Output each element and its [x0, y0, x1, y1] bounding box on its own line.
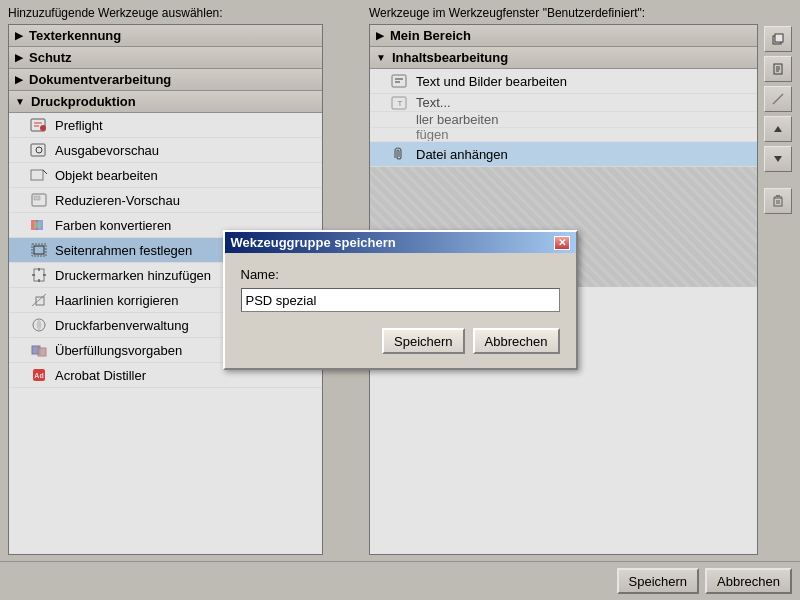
save-dialog: Wekzeuggruppe speichern ✕ Name: Speicher… [223, 230, 578, 370]
dialog-name-label: Name: [241, 267, 560, 282]
dialog-title: Wekzeuggruppe speichern [231, 235, 396, 250]
dialog-close-button[interactable]: ✕ [554, 236, 570, 250]
dialog-cancel-button[interactable]: Abbrechen [473, 328, 560, 354]
dialog-save-button[interactable]: Speichern [382, 328, 465, 354]
dialog-overlay: Wekzeuggruppe speichern ✕ Name: Speicher… [0, 0, 800, 600]
dialog-titlebar: Wekzeuggruppe speichern ✕ [225, 232, 576, 253]
dialog-buttons: Speichern Abbrechen [241, 328, 560, 354]
dialog-name-input[interactable] [241, 288, 560, 312]
dialog-content: Name: Speichern Abbrechen [225, 253, 576, 368]
dialog-close-icon: ✕ [558, 237, 566, 248]
